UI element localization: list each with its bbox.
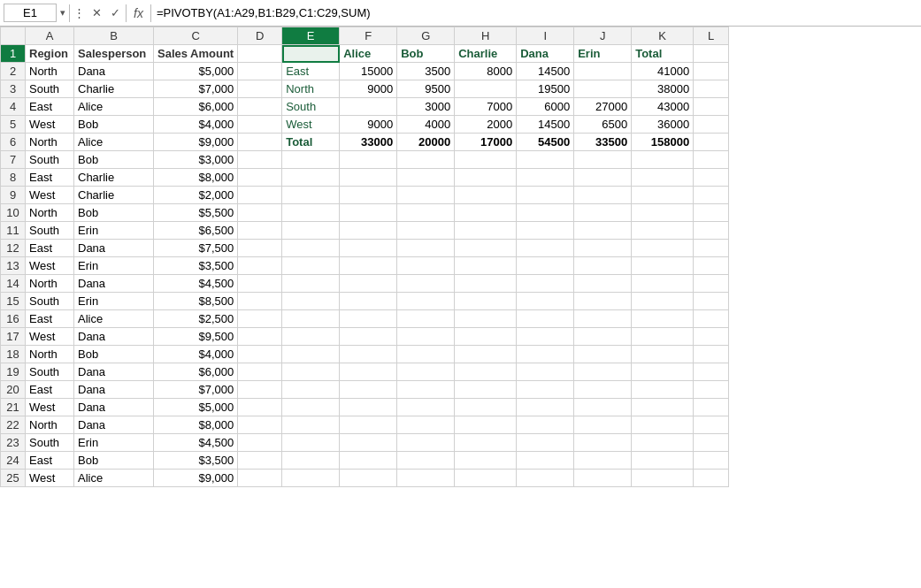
cell-D5[interactable] (238, 116, 282, 134)
cell-I1[interactable]: Dana (517, 45, 574, 63)
cell-B16[interactable]: Alice (74, 310, 154, 328)
cell-A10[interactable]: North (26, 204, 74, 222)
cell-I14[interactable] (517, 275, 574, 293)
cell-L15[interactable] (694, 293, 729, 310)
cell-A19[interactable]: South (26, 363, 74, 381)
cell-I10[interactable] (517, 204, 574, 222)
cell-G20[interactable] (397, 381, 455, 399)
cell-H10[interactable] (455, 204, 517, 222)
cell-H3[interactable] (455, 80, 517, 98)
cell-L6[interactable] (694, 134, 729, 151)
cell-J12[interactable] (574, 240, 632, 257)
cell-B25[interactable]: Alice (74, 470, 154, 487)
cell-E19[interactable] (282, 363, 340, 381)
cell-K21[interactable] (632, 399, 694, 416)
cell-C21[interactable]: $5,000 (154, 399, 238, 416)
cell-L4[interactable] (694, 98, 729, 116)
cell-I8[interactable] (517, 169, 574, 187)
cell-H12[interactable] (455, 240, 517, 257)
cell-I9[interactable] (517, 187, 574, 204)
cell-I12[interactable] (517, 240, 574, 257)
cell-B17[interactable]: Dana (74, 328, 154, 346)
col-header-G[interactable]: G (397, 27, 455, 45)
cell-K11[interactable] (632, 222, 694, 240)
cell-J18[interactable] (574, 346, 632, 363)
row-header-24[interactable]: 24 (1, 452, 26, 470)
cell-F21[interactable] (340, 399, 397, 416)
cell-B18[interactable]: Bob (74, 346, 154, 363)
cell-I2[interactable]: 14500 (517, 63, 574, 80)
cell-D6[interactable] (238, 134, 282, 151)
col-header-H[interactable]: H (455, 27, 517, 45)
cell-I4[interactable]: 6000 (517, 98, 574, 116)
cell-C6[interactable]: $9,000 (154, 134, 238, 151)
cell-G25[interactable] (397, 470, 455, 487)
cell-E11[interactable] (282, 222, 340, 240)
cell-D14[interactable] (238, 275, 282, 293)
cell-I17[interactable] (517, 328, 574, 346)
cell-L13[interactable] (694, 257, 729, 275)
cell-G5[interactable]: 4000 (397, 116, 455, 134)
cell-I18[interactable] (517, 346, 574, 363)
cell-J6[interactable]: 33500 (574, 134, 632, 151)
cell-I19[interactable] (517, 363, 574, 381)
cell-A7[interactable]: South (26, 151, 74, 169)
cell-E4[interactable]: South (282, 98, 340, 116)
cell-A14[interactable]: North (26, 275, 74, 293)
cell-G6[interactable]: 20000 (397, 134, 455, 151)
cell-D25[interactable] (238, 470, 282, 487)
cell-A15[interactable]: South (26, 293, 74, 310)
cell-G16[interactable] (397, 310, 455, 328)
cell-B22[interactable]: Dana (74, 416, 154, 434)
cell-E18[interactable] (282, 346, 340, 363)
cell-C14[interactable]: $4,500 (154, 275, 238, 293)
cell-J17[interactable] (574, 328, 632, 346)
cell-G22[interactable] (397, 416, 455, 434)
cell-B21[interactable]: Dana (74, 399, 154, 416)
cell-A9[interactable]: West (26, 187, 74, 204)
cell-J11[interactable] (574, 222, 632, 240)
cell-K12[interactable] (632, 240, 694, 257)
cell-L2[interactable] (694, 63, 729, 80)
cell-J15[interactable] (574, 293, 632, 310)
cell-C19[interactable]: $6,000 (154, 363, 238, 381)
row-header-11[interactable]: 11 (1, 222, 26, 240)
col-header-I[interactable]: I (517, 27, 574, 45)
cell-F9[interactable] (340, 187, 397, 204)
cell-J23[interactable] (574, 434, 632, 452)
row-header-12[interactable]: 12 (1, 240, 26, 257)
cell-F4[interactable] (340, 98, 397, 116)
cell-F6[interactable]: 33000 (340, 134, 397, 151)
cell-D16[interactable] (238, 310, 282, 328)
cell-A2[interactable]: North (26, 63, 74, 80)
cell-D10[interactable] (238, 204, 282, 222)
cell-D23[interactable] (238, 434, 282, 452)
cell-C11[interactable]: $6,500 (154, 222, 238, 240)
cell-K14[interactable] (632, 275, 694, 293)
col-header-K[interactable]: K (632, 27, 694, 45)
cell-C20[interactable]: $7,000 (154, 381, 238, 399)
cell-A16[interactable]: East (26, 310, 74, 328)
row-header-10[interactable]: 10 (1, 204, 26, 222)
cell-E7[interactable] (282, 151, 340, 169)
cell-H5[interactable]: 2000 (455, 116, 517, 134)
cell-C3[interactable]: $7,000 (154, 80, 238, 98)
cell-F20[interactable] (340, 381, 397, 399)
col-header-F[interactable]: F (340, 27, 397, 45)
row-header-19[interactable]: 19 (1, 363, 26, 381)
formula-cancel[interactable]: ✕ (88, 6, 105, 19)
cell-D11[interactable] (238, 222, 282, 240)
cell-A20[interactable]: East (26, 381, 74, 399)
cell-G23[interactable] (397, 434, 455, 452)
cell-K20[interactable] (632, 381, 694, 399)
cell-E1[interactable] (282, 45, 340, 63)
cell-A8[interactable]: East (26, 169, 74, 187)
cell-J16[interactable] (574, 310, 632, 328)
cell-H13[interactable] (455, 257, 517, 275)
cell-F1[interactable]: Alice (340, 45, 397, 63)
cell-C25[interactable]: $9,000 (154, 470, 238, 487)
cell-B1[interactable]: Salesperson (74, 45, 154, 63)
row-header-5[interactable]: 5 (1, 116, 26, 134)
cell-L8[interactable] (694, 169, 729, 187)
cell-H14[interactable] (455, 275, 517, 293)
